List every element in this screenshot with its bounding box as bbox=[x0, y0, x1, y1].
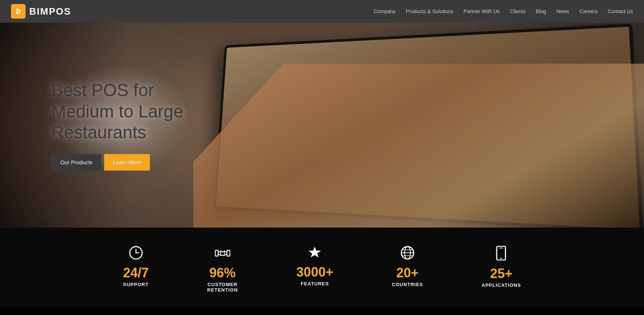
stat-retention: 96% CUSTOMER RETENTION bbox=[178, 246, 267, 293]
stat-retention-label: CUSTOMER RETENTION bbox=[207, 282, 238, 293]
nav-link-clients[interactable]: Clients bbox=[510, 8, 526, 14]
nav-link-careers[interactable]: Careers bbox=[579, 8, 598, 14]
our-products-button[interactable]: Our Products bbox=[52, 154, 101, 170]
nav-item-company[interactable]: Company bbox=[374, 8, 395, 15]
nav-link-partner[interactable]: Partner With Us bbox=[463, 8, 500, 14]
stat-countries-label: COUNTRIES bbox=[392, 282, 423, 287]
svg-point-13 bbox=[500, 258, 502, 259]
nav-item-careers[interactable]: Careers bbox=[579, 8, 598, 15]
stat-features-label: FEATURES bbox=[301, 281, 329, 286]
mobile-icon bbox=[496, 246, 506, 263]
nav-item-clients[interactable]: Clients bbox=[510, 8, 526, 15]
nav-item-contact[interactable]: Contact Us bbox=[608, 8, 633, 15]
stat-applications-number: 25+ bbox=[490, 267, 512, 280]
nav-link-products-solutions[interactable]: Products & Solutions bbox=[406, 8, 453, 14]
nav-item-news[interactable]: News bbox=[556, 8, 569, 15]
nav-item-partner[interactable]: Partner With Us bbox=[463, 8, 500, 15]
nav-links: Company Products & Solutions Partner Wit… bbox=[374, 8, 633, 15]
learn-more-button[interactable]: Learn More bbox=[104, 154, 150, 170]
hero-hand-image bbox=[193, 64, 644, 228]
hero-content: Best POS for Medium to Large Restaurants… bbox=[52, 80, 183, 170]
nav-link-contact[interactable]: Contact Us bbox=[608, 8, 633, 14]
stat-countries-number: 20+ bbox=[396, 266, 418, 280]
stat-applications-label: APPLICATIONS bbox=[482, 282, 521, 288]
star-icon bbox=[308, 246, 322, 261]
brand-name: BIMPOS bbox=[29, 6, 71, 17]
nav-item-blog[interactable]: Blog bbox=[536, 8, 546, 15]
nav-link-company[interactable]: Company bbox=[374, 8, 395, 14]
stat-support-label: SUPPORT bbox=[123, 282, 149, 287]
stat-support: 24/7 SUPPORT bbox=[94, 246, 178, 293]
globe-icon bbox=[401, 246, 414, 262]
stat-features-number: 3000+ bbox=[296, 266, 333, 279]
logo-icon: b bbox=[11, 4, 26, 19]
handshake-icon bbox=[215, 246, 230, 262]
hero-section: Best POS for Medium to Large Restaurants… bbox=[0, 23, 644, 228]
stats-bar: 24/7 SUPPORT 96% CUSTOMER RETENTION bbox=[0, 228, 644, 307]
clock-icon bbox=[129, 246, 143, 262]
svg-rect-3 bbox=[215, 250, 218, 256]
svg-rect-4 bbox=[227, 250, 230, 256]
stat-retention-number: 96% bbox=[209, 266, 236, 280]
nav-item-products-solutions[interactable]: Products & Solutions bbox=[406, 8, 453, 15]
logo-area[interactable]: b BIMPOS bbox=[11, 4, 71, 19]
nav-link-news[interactable]: News bbox=[556, 8, 569, 14]
hero-buttons: Our Products Learn More bbox=[52, 154, 183, 170]
svg-marker-5 bbox=[308, 247, 321, 258]
navbar: b BIMPOS Company Products & Solutions Pa… bbox=[0, 0, 644, 23]
stat-countries: 20+ COUNTRIES bbox=[363, 246, 452, 293]
stat-features: 3000+ FEATURES bbox=[267, 246, 363, 293]
stat-support-number: 24/7 bbox=[123, 266, 149, 280]
nav-link-blog[interactable]: Blog bbox=[536, 8, 546, 14]
stat-applications: 25+ APPLICATIONS bbox=[452, 246, 550, 293]
hero-title: Best POS for Medium to Large Restaurants bbox=[52, 80, 183, 143]
